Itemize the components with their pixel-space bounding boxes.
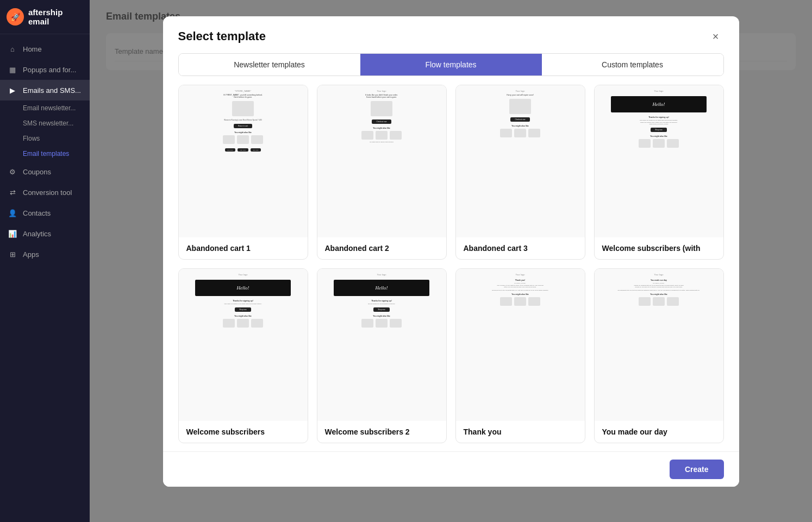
template-label-6: Welcome subscribers 2 xyxy=(317,421,446,443)
template-card-abandoned-cart-3[interactable]: Your logo Hurry, your cart will expire s… xyxy=(455,85,585,260)
template-preview-1: "STORE_NAME" Hi "FIRST_NAME", you left s… xyxy=(179,85,308,237)
sidebar-sub-label-sms-newsletter: SMS newsletter... xyxy=(23,120,73,127)
template-tabs: Newsletter templates Flow templates Cust… xyxy=(178,53,724,76)
templates-grid: "STORE_NAME" Hi "FIRST_NAME", you left s… xyxy=(178,85,724,443)
popups-icon: ▦ xyxy=(8,65,17,74)
tab-newsletter[interactable]: Newsletter templates xyxy=(179,54,360,76)
sidebar-sub-flows[interactable]: Flows xyxy=(0,131,90,146)
template-label-3: Abandoned cart 3 xyxy=(456,237,585,259)
sidebar-label-analytics: Analytics xyxy=(23,230,51,238)
modal-overlay: Select template × Newsletter templates F… xyxy=(90,0,812,522)
template-preview-7: Your logo Thank you! Hi "FIRST_NAME",The… xyxy=(456,269,585,421)
emails-icon: ▶ xyxy=(8,85,17,95)
sidebar: 🚀 aftership email ⌂ Home ▦ Popups and fo… xyxy=(0,0,90,522)
template-card-thankyou-2[interactable]: Your logo You made our day Hi "FIRST_NAM… xyxy=(594,268,724,443)
templates-scroll-area[interactable]: "STORE_NAME" Hi "FIRST_NAME", you left s… xyxy=(163,85,739,487)
template-preview-8: Your logo You made our day Hi "FIRST_NAM… xyxy=(595,269,723,421)
template-label-8: You made our day xyxy=(595,421,723,443)
template-card-abandoned-cart-2[interactable]: Your logo It looks like you didn't finis… xyxy=(317,85,447,260)
sidebar-label-apps: Apps xyxy=(23,250,39,259)
template-preview-3: Your logo Hurry, your cart will expire s… xyxy=(456,85,585,237)
sidebar-label-popups: Popups and for... xyxy=(23,66,76,74)
template-preview-6: Your logo Hello! Thanks for signing up! … xyxy=(317,269,446,421)
template-preview-4: Your logo Hello! Thanks for signing up! … xyxy=(595,85,723,237)
tab-flow[interactable]: Flow templates xyxy=(360,54,542,76)
sidebar-label-contacts: Contacts xyxy=(23,209,51,217)
sidebar-item-contacts[interactable]: 👤 Contacts xyxy=(0,203,90,223)
template-card-welcome-1[interactable]: Your logo Hello! Thanks for signing up! … xyxy=(594,85,724,260)
template-label-2: Abandoned cart 2 xyxy=(317,237,446,259)
template-label-4: Welcome subscribers (with xyxy=(595,237,723,259)
modal-footer: Create xyxy=(163,451,739,487)
modal-title: Select template xyxy=(178,29,266,43)
sidebar-item-popups[interactable]: ▦ Popups and for... xyxy=(0,59,90,80)
template-card-welcome-3[interactable]: Your logo Hello! Thanks for signing up! … xyxy=(317,268,447,443)
create-button[interactable]: Create xyxy=(670,460,724,479)
template-card-thankyou-1[interactable]: Your logo Thank you! Hi "FIRST_NAME",The… xyxy=(455,268,585,443)
sidebar-item-home[interactable]: ⌂ Home xyxy=(0,39,90,59)
modal-header: Select template × xyxy=(163,16,739,53)
tab-custom[interactable]: Custom templates xyxy=(542,54,723,76)
main-area: Email templates Template name Status Las… xyxy=(90,0,812,522)
sidebar-sub-email-templates[interactable]: Email templates xyxy=(0,146,90,161)
coupons-icon: ⚙ xyxy=(8,167,17,177)
logo-icon: 🚀 xyxy=(7,8,24,26)
sidebar-sub-sms-newsletter[interactable]: SMS newsletter... xyxy=(0,116,90,131)
app-name: aftership email xyxy=(28,8,83,26)
template-label-1: Abandoned cart 1 xyxy=(179,237,308,259)
contacts-icon: 👤 xyxy=(8,208,17,218)
sidebar-item-analytics[interactable]: 📊 Analytics xyxy=(0,223,90,244)
template-card-welcome-2[interactable]: Your logo Hello! Thanks for signing up! … xyxy=(178,268,308,443)
sidebar-logo: 🚀 aftership email xyxy=(0,0,90,34)
template-preview-2: Your logo It looks like you didn't finis… xyxy=(317,85,446,237)
apps-icon: ⊞ xyxy=(8,249,17,259)
conversion-icon: ⇄ xyxy=(8,187,17,197)
sidebar-item-apps[interactable]: ⊞ Apps xyxy=(0,244,90,265)
sidebar-sub-label-flows: Flows xyxy=(23,135,40,142)
analytics-icon: 📊 xyxy=(8,229,17,238)
sidebar-item-coupons[interactable]: ⚙ Coupons xyxy=(0,161,90,182)
sidebar-sub-email-newsletter[interactable]: Email newsletter... xyxy=(0,100,90,116)
sidebar-label-emails: Emails and SMS... xyxy=(23,86,81,95)
sidebar-sub-label-email-templates: Email templates xyxy=(23,150,69,158)
sidebar-label-coupons: Coupons xyxy=(23,168,51,176)
sidebar-label-home: Home xyxy=(23,45,42,53)
sidebar-item-conversion[interactable]: ⇄ Conversion tool xyxy=(0,182,90,203)
sidebar-sub-label-email-newsletter: Email newsletter... xyxy=(23,104,76,112)
template-preview-5: Your logo Hello! Thanks for signing up! … xyxy=(179,269,308,421)
template-label-7: Thank you xyxy=(456,421,585,443)
sidebar-label-conversion: Conversion tool xyxy=(23,188,72,197)
sidebar-nav: ⌂ Home ▦ Popups and for... ▶ Emails and … xyxy=(0,34,90,522)
template-card-abandoned-cart-1[interactable]: "STORE_NAME" Hi "FIRST_NAME", you left s… xyxy=(178,85,308,260)
select-template-modal: Select template × Newsletter templates F… xyxy=(163,16,739,487)
template-label-5: Welcome subscribers xyxy=(179,421,308,443)
modal-close-button[interactable]: × xyxy=(708,28,724,45)
sidebar-item-emails[interactable]: ▶ Emails and SMS... xyxy=(0,80,90,100)
home-icon: ⌂ xyxy=(8,44,17,54)
